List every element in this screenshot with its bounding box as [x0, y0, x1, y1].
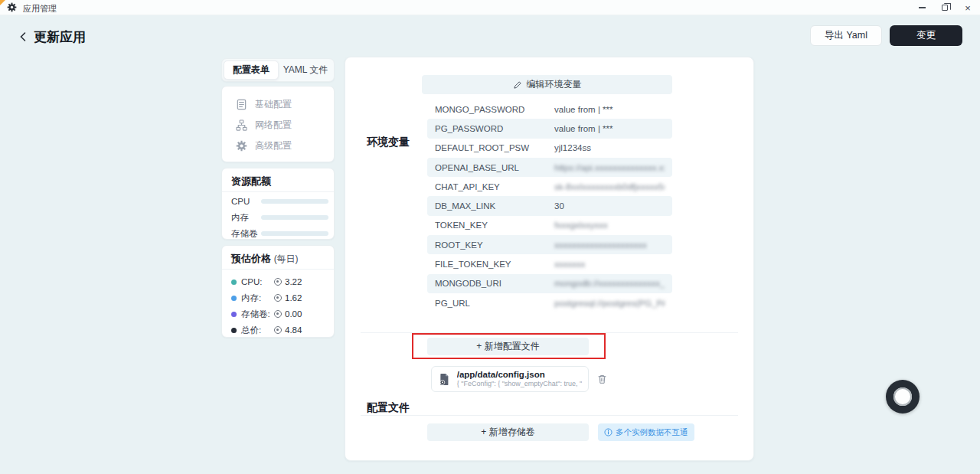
- sidebar-item-label: 高级配置: [255, 139, 292, 152]
- info-icon: [604, 428, 612, 436]
- brand-corner-decoration: [0, 0, 5, 5]
- env-value-redacted: mongodb://xxxxxxxxxxxxxx_PA55...: [554, 279, 665, 288]
- env-row: DB_MAX_LINK 30: [427, 196, 672, 215]
- memory-progress-track: [261, 215, 328, 220]
- price-label: 存储卷:: [241, 309, 274, 320]
- resource-label: 存储卷: [231, 228, 261, 240]
- app-title: 应用管理: [23, 3, 57, 15]
- add-volume-button[interactable]: + 新增存储卷: [427, 423, 589, 441]
- file-gear-icon: [438, 372, 451, 387]
- coin-icon: [274, 294, 282, 302]
- env-row: CHAT_API_KEY sk-8xxIxxxxxxxxb0dfjxxxxx5u…: [427, 177, 672, 196]
- price-row-cpu: CPU: 3.22: [231, 276, 302, 287]
- env-key: TOKEN_KEY: [435, 221, 554, 230]
- tab-config-form[interactable]: 配置表单: [224, 60, 279, 80]
- env-value: 30: [554, 201, 665, 211]
- coin-icon: [274, 278, 282, 286]
- env-value-redacted: fxxxgxlxxyxxx: [554, 221, 665, 230]
- env-row: OPENAI_BASE_URL https://api.xxxxxxxxxxxx…: [427, 158, 672, 177]
- price-value: 3.22: [285, 277, 302, 286]
- env-row: PG_URL postgresql://postgres(PG_PA55...: [427, 293, 672, 312]
- env-row: MONGODB_URI mongodb://xxxxxxxxxxxxxx_PA5…: [427, 274, 672, 293]
- price-value: 1.62: [285, 293, 302, 302]
- env-key: OPENAI_BASE_URL: [435, 163, 554, 172]
- restore-icon: [942, 5, 948, 11]
- main-config-panel: 环境变量 编辑环境变量 MONGO_PASSWORD value from | …: [345, 57, 754, 461]
- price-title-subtitle: (每日): [274, 253, 299, 264]
- gear-icon: [236, 140, 247, 152]
- env-row: PG_PASSWORD value from | ***: [427, 119, 672, 138]
- env-value-redacted: sk-8xxIxxxxxxxxb0dfjxxxxx5u2d...: [554, 182, 665, 191]
- env-row: MONGO_PASSWORD value from | ***: [427, 100, 672, 119]
- resource-label: CPU: [231, 197, 261, 206]
- back-button[interactable]: [15, 29, 31, 44]
- sidebar-item-label: 网络配置: [255, 119, 292, 132]
- config-files-title: 配置文件: [367, 401, 410, 415]
- env-section-title: 环境变量: [367, 136, 410, 149]
- volume-progress-track: [261, 231, 328, 236]
- estimated-price-card: 预估价格 (每日) CPU: 3.22 内存: 1.62 存储卷: 0.00 总…: [221, 245, 335, 338]
- price-value: 0.00: [285, 309, 302, 319]
- env-value-redacted: postgresql://postgres(PG_PA55...: [554, 299, 665, 308]
- price-title-text: 预估价格: [231, 253, 271, 264]
- env-value-redacted: https://api.xxxxxxxxxxxxxx.xx/v1: [554, 163, 665, 172]
- apply-button[interactable]: 变更: [890, 25, 962, 46]
- resource-quota-title: 资源配额: [231, 175, 271, 188]
- env-row: FILE_TOKEN_KEY xxxxxxx: [427, 254, 672, 273]
- memory-color-dot: [231, 296, 237, 301]
- sidebar-item-advanced-config[interactable]: 高级配置: [222, 136, 334, 156]
- config-nav-card: 基础配置 网络配置 高级配置: [221, 86, 335, 162]
- edit-env-button-label: 编辑环境变量: [527, 78, 582, 91]
- cpu-color-dot: [231, 279, 237, 285]
- price-value: 4.84: [285, 325, 302, 335]
- env-row: TOKEN_KEY fxxxgxlxxyxxx: [427, 216, 672, 235]
- resource-label: 内存: [231, 212, 261, 224]
- resource-row-cpu: CPU: [231, 196, 328, 207]
- sidebar-item-basic-config[interactable]: 基础配置: [222, 94, 334, 115]
- trash-icon: [597, 374, 607, 384]
- env-key: PG_URL: [435, 299, 554, 308]
- page-title: 更新应用: [34, 28, 86, 46]
- window-restore-button[interactable]: [933, 0, 956, 15]
- sidebar-item-network-config[interactable]: 网络配置: [222, 115, 334, 136]
- config-file-texts: /app/data/config.json { "FeConfig": { "s…: [457, 370, 582, 388]
- price-row-volume: 存储卷: 0.00: [231, 309, 302, 319]
- env-key: DB_MAX_LINK: [435, 201, 554, 211]
- form-icon: [236, 99, 247, 110]
- tab-yaml-file[interactable]: YAML 文件: [279, 60, 332, 80]
- delete-config-file-button[interactable]: [595, 372, 609, 386]
- add-config-file-button[interactable]: + 新增配置文件: [427, 338, 589, 355]
- section-divider: [361, 415, 738, 416]
- app-logo-gear-icon: [7, 2, 17, 12]
- network-icon: [236, 119, 247, 131]
- config-file-preview: { "FeConfig": { "show_emptyChat": true, …: [457, 380, 582, 388]
- price-label: CPU:: [241, 277, 274, 286]
- env-key: ROOT_KEY: [435, 240, 554, 250]
- resource-quota-card: 资源配额 CPU 内存 存储卷: [221, 168, 335, 240]
- config-file-card[interactable]: /app/data/config.json { "FeConfig": { "s…: [431, 366, 589, 392]
- coin-icon: [274, 310, 282, 318]
- window-close-button[interactable]: ×: [956, 0, 979, 15]
- window-minimize-button[interactable]: [910, 0, 933, 15]
- env-row: DEFAULT_ROOT_PSW yjl1234ss: [427, 139, 672, 158]
- divider: [222, 269, 334, 270]
- pencil-icon: [513, 80, 522, 90]
- resource-row-memory: 内存: [231, 212, 328, 223]
- cpu-progress-track: [261, 199, 328, 204]
- env-var-list: MONGO_PASSWORD value from | *** PG_PASSW…: [427, 100, 672, 312]
- env-value: value from | ***: [554, 105, 665, 114]
- env-key: FILE_TOKEN_KEY: [435, 260, 554, 269]
- env-row: ROOT_KEY xxxxxxxxxxxxxxxxxxxxx: [427, 235, 672, 254]
- volume-color-dot: [231, 312, 237, 317]
- price-label: 总价:: [241, 325, 274, 336]
- storage-notice-badge: 多个实例数据不互通: [598, 423, 694, 441]
- export-yaml-button[interactable]: 导出 Yaml: [810, 25, 882, 46]
- titlebar: 应用管理 ×: [0, 0, 980, 15]
- env-value-redacted: xxxxxxxxxxxxxxxxxxxxx: [554, 240, 665, 250]
- edit-env-button[interactable]: 编辑环境变量: [422, 75, 672, 94]
- coin-icon: [274, 326, 282, 334]
- env-value: value from | ***: [554, 124, 665, 133]
- env-key: DEFAULT_ROOT_PSW: [435, 143, 554, 152]
- price-row-total: 总价: 4.84: [231, 325, 302, 335]
- storage-notice-text: 多个实例数据不互通: [616, 427, 688, 438]
